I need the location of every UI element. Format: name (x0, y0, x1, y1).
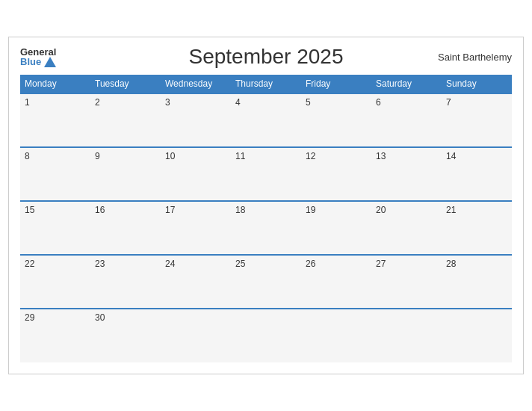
header-friday: Friday (301, 75, 371, 93)
calendar-day-cell: 1 (20, 93, 90, 147)
calendar-day-cell: 5 (301, 93, 371, 147)
day-number: 17 (165, 205, 175, 215)
calendar-day-cell: 21 (442, 201, 512, 255)
calendar-day-cell: 16 (90, 201, 161, 255)
calendar-day-cell: 25 (231, 255, 301, 309)
day-number: 21 (446, 205, 456, 215)
calendar-day-cell: 22 (20, 255, 90, 309)
weekday-header-row: Monday Tuesday Wednesday Thursday Friday… (20, 75, 512, 93)
day-number: 19 (306, 205, 315, 215)
calendar-table: Monday Tuesday Wednesday Thursday Friday… (20, 75, 512, 362)
calendar-title: September 2025 (188, 45, 343, 69)
calendar-day-cell: 19 (301, 201, 371, 255)
calendar-day-cell: 29 (20, 309, 90, 362)
calendar-location: Saint Barthelemy (438, 52, 512, 63)
day-number: 30 (95, 312, 105, 323)
calendar-day-cell: 26 (301, 255, 371, 309)
calendar-day-cell: 11 (231, 147, 301, 201)
calendar-day-cell: 23 (90, 255, 161, 309)
logo-general-text: General (20, 47, 56, 57)
calendar-day-cell (161, 309, 231, 362)
calendar-day-cell: 24 (161, 255, 231, 309)
day-number: 13 (376, 151, 386, 161)
calendar-day-cell: 13 (371, 147, 442, 201)
calendar-week-row: 891011121314 (20, 147, 512, 201)
calendar-day-cell: 4 (231, 93, 301, 147)
day-number: 12 (306, 151, 315, 161)
day-number: 22 (25, 259, 34, 269)
day-number: 8 (25, 151, 30, 161)
calendar-day-cell: 9 (90, 147, 161, 201)
day-number: 20 (376, 205, 386, 215)
day-number: 27 (376, 259, 386, 269)
calendar-day-cell: 8 (20, 147, 90, 201)
day-number: 5 (306, 97, 311, 108)
header-sunday: Sunday (442, 75, 512, 93)
calendar-day-cell: 10 (161, 147, 231, 201)
calendar-day-cell (442, 309, 512, 362)
calendar-day-cell: 17 (161, 201, 231, 255)
calendar-day-cell: 28 (442, 255, 512, 309)
day-number: 9 (95, 151, 100, 161)
header-tuesday: Tuesday (90, 75, 161, 93)
day-number: 28 (446, 259, 456, 269)
calendar-week-row: 15161718192021 (20, 201, 512, 255)
day-number: 18 (235, 205, 245, 215)
header-wednesday: Wednesday (161, 75, 231, 93)
calendar-day-cell: 12 (301, 147, 371, 201)
calendar-header: General Blue September 2025 Saint Barthe… (20, 45, 512, 69)
calendar-day-cell: 3 (161, 93, 231, 147)
logo: General Blue (20, 47, 56, 67)
day-number: 25 (235, 259, 245, 269)
day-number: 10 (165, 151, 175, 161)
calendar-day-cell: 15 (20, 201, 90, 255)
day-number: 16 (95, 205, 105, 215)
logo-triangle-icon (44, 57, 56, 67)
calendar-week-row: 2930 (20, 309, 512, 362)
day-number: 24 (165, 259, 175, 269)
header-monday: Monday (20, 75, 90, 93)
calendar-day-cell (301, 309, 371, 362)
calendar-day-cell: 7 (442, 93, 512, 147)
day-number: 2 (95, 97, 100, 108)
header-saturday: Saturday (371, 75, 442, 93)
day-number: 3 (165, 97, 170, 108)
calendar-week-row: 22232425262728 (20, 255, 512, 309)
day-number: 14 (446, 151, 456, 161)
day-number: 1 (25, 97, 30, 108)
calendar: General Blue September 2025 Saint Barthe… (8, 37, 524, 374)
logo-blue-text: Blue (20, 57, 56, 67)
day-number: 29 (25, 312, 34, 323)
calendar-day-cell: 27 (371, 255, 442, 309)
day-number: 26 (306, 259, 315, 269)
calendar-day-cell: 20 (371, 201, 442, 255)
calendar-day-cell: 18 (231, 201, 301, 255)
calendar-day-cell: 30 (90, 309, 161, 362)
calendar-week-row: 1234567 (20, 93, 512, 147)
calendar-day-cell (371, 309, 442, 362)
day-number: 6 (376, 97, 381, 108)
calendar-day-cell: 14 (442, 147, 512, 201)
header-thursday: Thursday (231, 75, 301, 93)
calendar-day-cell: 6 (371, 93, 442, 147)
calendar-day-cell: 2 (90, 93, 161, 147)
calendar-day-cell (231, 309, 301, 362)
day-number: 11 (235, 151, 245, 161)
day-number: 23 (95, 259, 105, 269)
day-number: 4 (235, 97, 241, 108)
day-number: 15 (25, 205, 34, 215)
day-number: 7 (446, 97, 451, 108)
